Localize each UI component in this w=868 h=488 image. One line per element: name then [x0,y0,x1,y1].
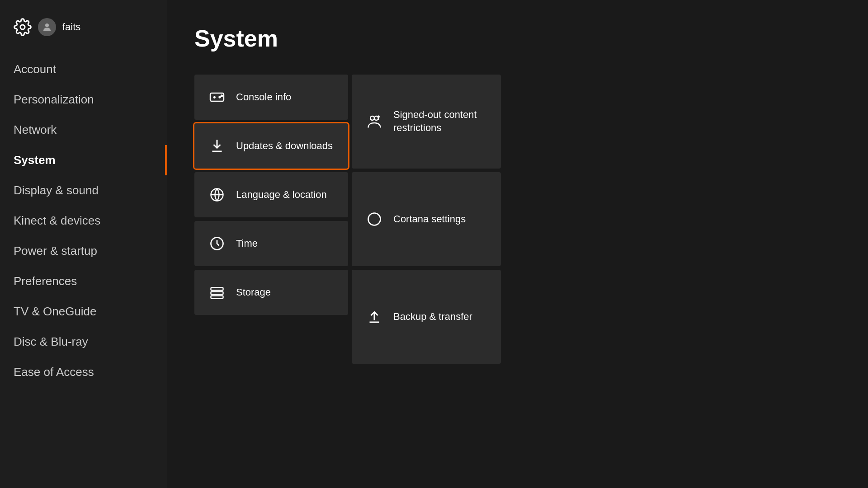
signed-out-content-item[interactable]: Signed-out content restrictions [352,75,501,169]
main-content: System Console info [167,0,868,488]
cortana-settings-label: Cortana settings [393,213,466,226]
svg-rect-20 [211,296,223,299]
console-icon [208,88,226,106]
sidebar: faits Account Personalization Network Sy… [0,0,167,488]
svg-point-12 [368,213,381,225]
svg-point-7 [370,116,374,120]
sidebar-item-ease-of-access[interactable]: Ease of Access [0,357,167,387]
username-label: faits [62,21,80,33]
console-info-label: Console info [236,91,291,104]
lock-icon [365,113,383,131]
svg-rect-18 [211,288,223,291]
upload-icon [365,308,383,326]
circle-icon [365,210,383,228]
storage-item[interactable]: Storage [194,270,348,315]
svg-point-6 [221,95,222,97]
sidebar-item-kinect-devices[interactable]: Kinect & devices [0,206,167,236]
svg-point-1 [45,23,49,27]
sidebar-item-personalization[interactable]: Personalization [0,84,167,115]
language-location-item[interactable]: Language & location [194,172,348,217]
gear-icon [14,18,32,36]
sidebar-nav: Account Personalization Network System D… [0,54,167,488]
globe-icon [208,186,226,204]
svg-point-5 [219,97,221,98]
backup-transfer-label: Backup & transfer [393,310,472,324]
page-title: System [194,25,841,52]
sidebar-item-display-sound[interactable]: Display & sound [0,175,167,206]
sidebar-item-preferences[interactable]: Preferences [0,266,167,296]
svg-point-0 [20,25,25,29]
signed-out-content-label: Signed-out content restrictions [393,108,487,134]
sidebar-item-power-startup[interactable]: Power & startup [0,236,167,266]
sidebar-item-network[interactable]: Network [0,115,167,145]
sidebar-item-system[interactable]: System [0,145,167,175]
sidebar-item-disc-bluray[interactable]: Disc & Blu-ray [0,327,167,357]
clock-icon [208,235,226,253]
sidebar-item-tv-oneguide[interactable]: TV & OneGuide [0,296,167,327]
storage-icon [208,283,226,301]
avatar [38,18,56,36]
cortana-settings-item[interactable]: Cortana settings [352,172,501,266]
storage-label: Storage [236,286,271,299]
language-location-label: Language & location [236,188,327,202]
updates-downloads-item[interactable]: Updates & downloads [194,123,348,169]
download-icon [208,137,226,155]
time-item[interactable]: Time [194,221,348,266]
sidebar-header: faits [0,14,167,54]
svg-rect-19 [211,292,223,295]
backup-transfer-item[interactable]: Backup & transfer [352,270,501,364]
updates-downloads-label: Updates & downloads [236,140,333,153]
svg-rect-2 [210,93,224,101]
settings-grid: Console info Signed-out content restrict… [194,75,841,364]
console-info-item[interactable]: Console info [194,75,348,120]
time-label: Time [236,237,258,250]
sidebar-item-account[interactable]: Account [0,54,167,84]
